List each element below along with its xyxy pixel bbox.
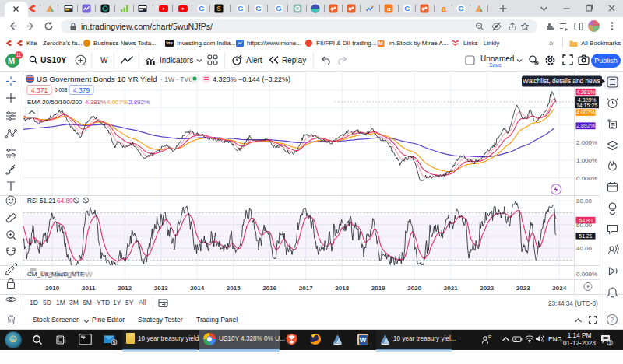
- svg-text:60.00: 60.00: [576, 222, 593, 229]
- svg-text:2023: 2023: [516, 285, 530, 292]
- svg-text:64.80: 64.80: [57, 198, 73, 205]
- svg-text:EMA 20/50/100/200: EMA 20/50/100/200: [27, 99, 83, 106]
- svg-text:4.371: 4.371: [31, 86, 48, 94]
- svg-text:0.008: 0.008: [55, 87, 68, 93]
- svg-text:4.381%: 4.381%: [576, 89, 595, 95]
- svg-text:Watchlist, details and news: Watchlist, details and news: [523, 77, 600, 85]
- svg-text:2012: 2012: [118, 285, 132, 292]
- svg-text:2015: 2015: [227, 285, 241, 292]
- svg-text:?: ?: [610, 316, 614, 324]
- svg-text:2018: 2018: [335, 285, 349, 292]
- svg-text:RSI: RSI: [27, 198, 38, 205]
- svg-text:1.000%: 1.000%: [576, 157, 597, 164]
- svg-text:US Government Bonds 10 YR Yiel: US Government Bonds 10 YR Yield: [37, 75, 157, 83]
- svg-text:· 1W · TVC: · 1W · TVC: [160, 75, 193, 83]
- svg-text:2.892%: 2.892%: [576, 123, 595, 128]
- svg-text:2016: 2016: [262, 285, 276, 292]
- svg-text:14:15:25: 14:15:25: [576, 103, 597, 108]
- svg-text:2011: 2011: [82, 285, 96, 292]
- svg-text:0.000%: 0.000%: [576, 271, 597, 278]
- svg-text:4.379: 4.379: [73, 86, 90, 94]
- svg-text:2017: 2017: [299, 285, 313, 292]
- svg-text:4.381%: 4.381%: [85, 99, 106, 106]
- svg-text:2020: 2020: [407, 285, 421, 292]
- svg-text:4.007%: 4.007%: [576, 110, 595, 115]
- svg-text:R: R: [488, 334, 492, 339]
- svg-text:TradingView: TradingView: [40, 269, 93, 278]
- svg-text:2010: 2010: [45, 285, 59, 292]
- svg-text:2019: 2019: [371, 285, 385, 292]
- svg-text:2.892%: 2.892%: [128, 99, 150, 106]
- svg-text:5: 5: [113, 340, 116, 345]
- svg-text:4.328% −0.144 (−3.22%): 4.328% −0.144 (−3.22%): [213, 75, 290, 83]
- svg-text:2013: 2013: [154, 285, 168, 292]
- svg-text:2024: 2024: [552, 285, 566, 292]
- svg-text:0.000%: 0.000%: [576, 175, 597, 182]
- svg-text:2021: 2021: [444, 285, 458, 292]
- svg-text:2014: 2014: [190, 285, 204, 292]
- svg-text:2022: 2022: [480, 285, 494, 292]
- svg-text:2.000%: 2.000%: [576, 139, 597, 146]
- svg-text:80.00: 80.00: [576, 198, 593, 205]
- svg-text:4.007%: 4.007%: [107, 99, 128, 106]
- svg-text:40.00: 40.00: [576, 245, 593, 252]
- svg-text:4.328%: 4.328%: [578, 97, 597, 103]
- svg-text:51.21: 51.21: [40, 198, 56, 205]
- svg-text:51.21: 51.21: [579, 233, 593, 239]
